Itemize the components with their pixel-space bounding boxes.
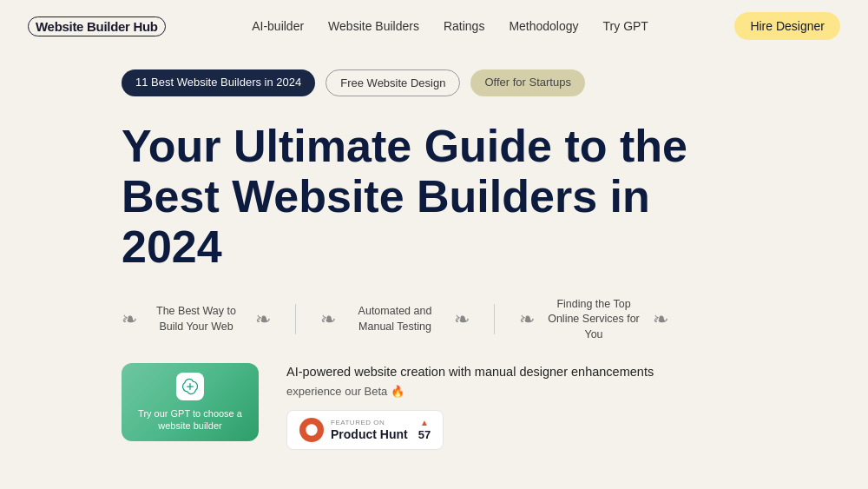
nav-links: AI-builder Website Builders Ratings Meth…	[252, 19, 648, 33]
laurel-left-1: ❧	[122, 310, 137, 329]
gpt-card-label: Try our GPT to choose a website builder	[130, 407, 250, 433]
gpt-description-block: AI-powered website creation with manual …	[286, 363, 654, 449]
hire-designer-button[interactable]: Hire Designer	[734, 12, 840, 40]
laurel-right-3: ❧	[653, 310, 668, 329]
gpt-sub-text: experience our Beta 🔥	[286, 385, 654, 398]
trust-item-1: ❧ The Best Way to Build Your Web ❧	[122, 304, 296, 334]
ph-vote-count: 57	[418, 428, 431, 441]
trust-item-3: ❧ Finding the Top Online Services for Yo…	[495, 297, 693, 343]
nav-try-gpt[interactable]: Try GPT	[603, 19, 648, 33]
trust-item-2: ❧ Automated and Manual Testing ❧	[296, 304, 495, 334]
ph-count-block: ▲ 57	[418, 418, 431, 441]
gpt-main-text: AI-powered website creation with manual …	[286, 363, 654, 380]
badge-startups[interactable]: Offer for Startups	[470, 69, 584, 96]
nav-methodology[interactable]: Methodology	[509, 19, 578, 33]
nav-ai-builder[interactable]: AI-builder	[252, 19, 304, 33]
gpt-icon	[176, 373, 204, 400]
hero-title: Your Ultimate Guide to the Best Website …	[122, 121, 729, 273]
ph-arrow-icon: ▲	[420, 418, 429, 427]
logo: Website Builder Hub	[28, 19, 166, 34]
ph-text-block: FEATURED ON Product Hunt	[331, 419, 408, 441]
ph-icon	[305, 423, 319, 437]
nav-website-builders[interactable]: Website Builders	[328, 19, 419, 33]
trust-text-3: Finding the Top Online Services for You	[542, 297, 646, 343]
laurel-left-2: ❧	[320, 310, 336, 329]
ph-name: Product Hunt	[331, 427, 408, 441]
trust-text-2: Automated and Manual Testing	[343, 304, 447, 334]
bottom-row: Try our GPT to choose a website builder …	[122, 363, 746, 449]
main-content: 11 Best Website Builders in 2024 Free We…	[0, 52, 868, 450]
gpt-desc: AI-powered website creation with manual …	[286, 363, 654, 397]
product-hunt-badge[interactable]: FEATURED ON Product Hunt ▲ 57	[286, 410, 444, 450]
navbar: Website Builder Hub AI-builder Website B…	[0, 0, 868, 52]
badge-row: 11 Best Website Builders in 2024 Free We…	[122, 69, 746, 96]
laurel-right-2: ❧	[454, 310, 470, 329]
laurel-right-1: ❧	[255, 310, 271, 329]
trust-badges-row: ❧ The Best Way to Build Your Web ❧ ❧ Aut…	[122, 297, 746, 343]
badge-best-builders[interactable]: 11 Best Website Builders in 2024	[122, 69, 315, 96]
ph-label: FEATURED ON	[331, 419, 408, 426]
gpt-card[interactable]: Try our GPT to choose a website builder	[122, 363, 259, 441]
badge-free-design[interactable]: Free Website Design	[326, 69, 460, 96]
product-hunt-logo	[299, 418, 324, 442]
openai-icon	[181, 378, 199, 395]
trust-text-1: The Best Way to Build Your Web	[144, 304, 248, 334]
laurel-left-3: ❧	[519, 310, 535, 329]
nav-ratings[interactable]: Ratings	[444, 19, 484, 33]
